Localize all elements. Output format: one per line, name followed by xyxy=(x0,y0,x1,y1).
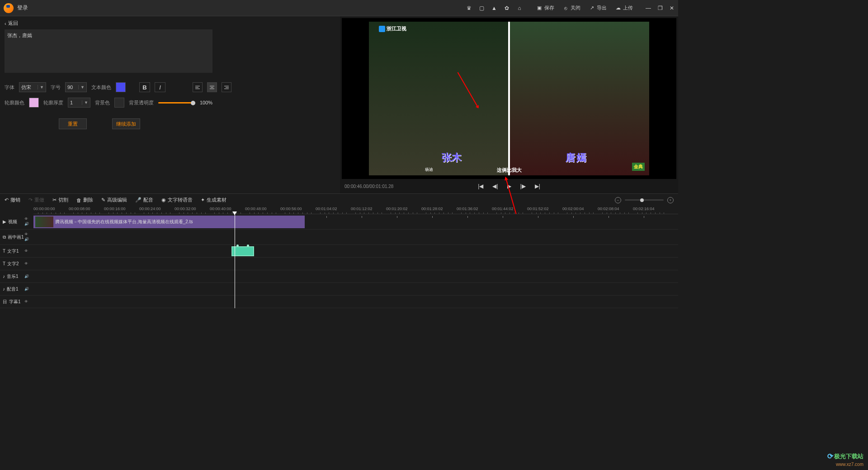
skip-end-icon[interactable]: ▶| xyxy=(535,183,540,189)
eye-icon[interactable]: 👁 xyxy=(24,262,33,266)
outline-thickness-label: 轮廓厚度 xyxy=(43,99,63,106)
opacity-slider[interactable] xyxy=(158,102,195,103)
preview-panel: 浙江卫视 金典 张木 唐嫣 这俩比我大 杨迪 00:00:46.00/00:01… xyxy=(340,16,678,193)
time-ruler[interactable]: 00:00:00:0000:00:08:0000:00:16:0000:00:2… xyxy=(33,206,678,214)
dub-button[interactable]: 🎤配音 xyxy=(135,197,153,203)
outline-color-swatch[interactable] xyxy=(29,98,39,108)
music-track[interactable]: ♪音乐1 🔊 xyxy=(0,270,678,283)
close-icon[interactable]: ✕ xyxy=(669,5,675,11)
crown-icon[interactable]: ♛ xyxy=(466,5,472,11)
tracks: ▶视频 👁🔊 腾讯视频－中国领先的在线视频媒体平台,海量高清视频在线观看_2.t… xyxy=(0,214,678,308)
minimize-icon[interactable]: — xyxy=(646,5,651,11)
text-track-2[interactable]: T文字2 👁 xyxy=(0,258,678,270)
timeline-toolbar: ↶撤销 ↷重做 ✂切割 🗑删除 ✎高级编辑 🎤配音 ◉文字转语音 ✦生成素材 −… xyxy=(0,193,678,206)
generate-button[interactable]: ✦生成素材 xyxy=(201,197,226,203)
time-mark: 00:01:36:02 xyxy=(457,207,478,211)
timeline: 00:00:00:0000:00:08:0000:00:16:0000:00:2… xyxy=(0,206,678,308)
playhead[interactable] xyxy=(235,214,235,308)
opacity-value: 100% xyxy=(200,100,212,105)
speaker-icon[interactable]: 🔊 xyxy=(24,222,33,226)
home-icon[interactable]: ⌂ xyxy=(516,5,523,11)
eye-icon[interactable]: 👁 xyxy=(24,233,33,236)
text-color-swatch[interactable] xyxy=(116,82,126,92)
reset-button[interactable]: 重置 xyxy=(59,118,87,129)
video-caption: 这俩比我大 xyxy=(497,167,522,174)
trash-icon: 🗑 xyxy=(76,197,81,203)
speaker-icon[interactable]: 🔊 xyxy=(24,238,33,241)
export-button[interactable]: ↗导出 xyxy=(589,5,607,11)
main-area: ‹ 返回 张杰，唐嫣 字体 ▼ 字号 ▼ 文本颜色 B I 轮廓颜色 轮廓厚度 … xyxy=(0,16,678,193)
video-clip[interactable]: 腾讯视频－中国领先的在线视频媒体平台,海量高清视频在线观看_2.ts xyxy=(33,216,305,228)
maximize-icon[interactable]: ❐ xyxy=(657,5,663,11)
outline-color-label: 轮廓颜色 xyxy=(5,99,24,106)
bg-color-label: 背景色 xyxy=(95,99,110,106)
subtitle-track[interactable]: 目字幕1 👁 xyxy=(0,296,678,308)
save-button[interactable]: ▣保存 xyxy=(536,5,554,11)
timecode-display: 00:00:46.00/00:01:01.28 xyxy=(344,184,393,189)
skip-start-icon[interactable]: |◀ xyxy=(478,183,483,189)
overlay-text-right: 唐嫣 xyxy=(566,151,587,164)
zoom-out-button[interactable]: − xyxy=(615,197,621,203)
font-label: 字体 xyxy=(5,84,14,91)
font-family-select[interactable]: ▼ xyxy=(19,82,46,92)
dub-track[interactable]: ♪配音1 🔊 xyxy=(0,283,678,296)
advanced-edit-button[interactable]: ✎高级编辑 xyxy=(101,197,127,203)
upload-button[interactable]: ☁上传 xyxy=(615,5,633,11)
time-mark: 00:00:00:00 xyxy=(33,207,55,211)
bg-opacity-label: 背景透明度 xyxy=(129,99,154,106)
speaker-icon[interactable]: 🔊 xyxy=(24,287,33,291)
cut-button[interactable]: ✂切割 xyxy=(52,197,68,203)
text-input[interactable]: 张杰，唐嫣 xyxy=(5,29,212,73)
text-editor-panel: ‹ 返回 张杰，唐嫣 字体 ▼ 字号 ▼ 文本颜色 B I 轮廓颜色 轮廓厚度 … xyxy=(0,16,340,193)
chevron-down-icon: ▼ xyxy=(78,85,86,89)
pencil-icon: ✎ xyxy=(101,197,105,203)
time-mark: 00:01:28:02 xyxy=(421,207,443,211)
pip-icon: ⧉ xyxy=(3,235,6,240)
zoom-slider[interactable] xyxy=(625,199,664,201)
zoom-in-button[interactable]: + xyxy=(667,197,674,203)
redo-button[interactable]: ↷重做 xyxy=(28,197,44,203)
gear-icon[interactable]: ✿ xyxy=(504,5,510,11)
time-mark: 00:02:16:04 xyxy=(633,207,655,211)
time-mark: 00:02:00:04 xyxy=(562,207,584,211)
video-preview[interactable]: 浙江卫视 金典 张木 唐嫣 这俩比我大 杨迪 xyxy=(342,18,676,179)
time-mark: 00:00:40:00 xyxy=(210,207,231,211)
eye-icon[interactable]: 👁 xyxy=(24,249,33,253)
mic-icon: 🎤 xyxy=(135,197,142,203)
video-icon: ▶ xyxy=(3,219,6,224)
align-right-button[interactable] xyxy=(222,82,231,92)
bell-icon[interactable]: ▲ xyxy=(491,5,497,11)
speaker-icon[interactable]: 🔊 xyxy=(24,275,33,278)
align-left-button[interactable] xyxy=(193,82,203,92)
title-bar: 登录 ♛ ▢ ▲ ✿ ⌂ ▣保存 ⎋关闭 ↗导出 ☁上传 — ❐ ✕ xyxy=(0,0,678,16)
pip-track[interactable]: ⧉画中画1 👁🔊 xyxy=(0,230,678,245)
bg-color-swatch[interactable] xyxy=(114,98,124,108)
undo-button[interactable]: ↶撤销 xyxy=(5,197,20,203)
time-mark: 00:01:52:02 xyxy=(527,207,549,211)
delete-button[interactable]: 🗑删除 xyxy=(76,197,93,203)
time-mark: 00:01:04:02 xyxy=(316,207,337,211)
eye-icon[interactable]: 👁 xyxy=(24,217,33,221)
tts-button[interactable]: ◉文字转语音 xyxy=(161,197,193,203)
continue-add-button[interactable]: 继续添加 xyxy=(112,118,140,129)
align-center-button[interactable] xyxy=(207,82,217,92)
bold-button[interactable]: B xyxy=(139,82,150,92)
italic-button[interactable]: I xyxy=(155,82,165,92)
eye-icon[interactable]: 👁 xyxy=(24,300,33,304)
login-link[interactable]: 登录 xyxy=(17,4,28,12)
time-mark: 00:00:08:00 xyxy=(69,207,90,211)
back-button[interactable]: ‹ 返回 xyxy=(5,20,335,27)
font-size-select[interactable]: ▼ xyxy=(65,82,87,92)
clip-title: 腾讯视频－中国领先的在线视频媒体平台,海量高清视频在线观看_2.ts xyxy=(55,219,193,225)
screen-icon[interactable]: ▢ xyxy=(478,5,485,11)
frame-forward-icon[interactable]: |▶ xyxy=(520,183,526,189)
close-button[interactable]: ⎋关闭 xyxy=(562,5,580,11)
outline-thickness-select[interactable]: ▼ xyxy=(68,98,90,108)
text-track-1[interactable]: T文字1 👁 xyxy=(0,245,678,258)
scissors-icon: ✂ xyxy=(52,197,57,203)
export-icon: ↗ xyxy=(589,5,595,11)
video-track[interactable]: ▶视频 👁🔊 腾讯视频－中国领先的在线视频媒体平台,海量高清视频在线观看_2.t… xyxy=(0,214,678,230)
font-size-label: 字号 xyxy=(51,84,61,91)
frame-back-icon[interactable]: ◀| xyxy=(492,183,498,189)
time-mark: 00:01:12:02 xyxy=(351,207,373,211)
